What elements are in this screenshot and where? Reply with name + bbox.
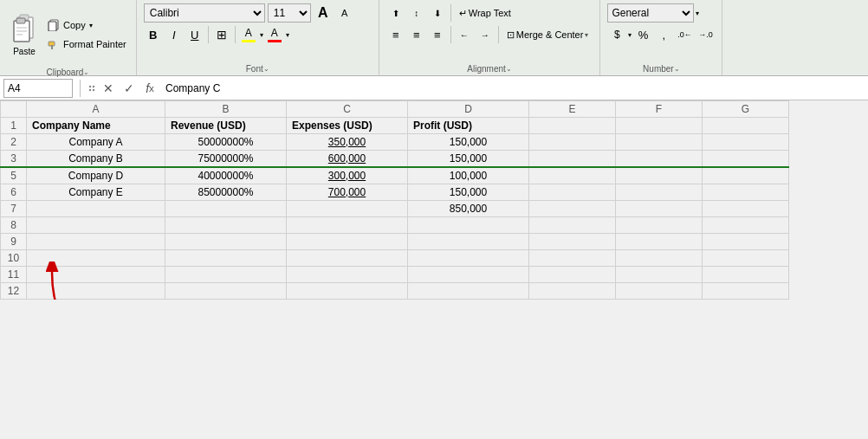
cell-c10[interactable] xyxy=(287,250,408,267)
percent-button[interactable]: % xyxy=(633,25,652,44)
cell-c3[interactable]: 600,000 xyxy=(287,151,408,168)
cell-e10[interactable] xyxy=(529,250,616,267)
number-format-select[interactable]: General Number Currency Percentage xyxy=(607,3,694,23)
cell-a2[interactable]: Company A xyxy=(27,134,165,151)
cell-d1[interactable]: Profit (USD) xyxy=(408,118,529,134)
cell-g6[interactable] xyxy=(703,184,789,201)
col-header-d[interactable]: D xyxy=(408,101,529,118)
decrease-decimal-button[interactable]: .0← xyxy=(675,25,694,44)
cell-f7[interactable] xyxy=(616,201,703,217)
align-right-button[interactable]: ≡ xyxy=(428,25,447,44)
cell-e1[interactable] xyxy=(529,118,616,134)
cell-c5[interactable]: 300,000 xyxy=(287,167,408,184)
cell-a6[interactable]: Company E xyxy=(27,184,165,201)
cell-e3[interactable] xyxy=(529,151,616,168)
formula-input[interactable] xyxy=(162,79,865,98)
cell-d12[interactable] xyxy=(408,283,529,300)
cell-e2[interactable] xyxy=(529,134,616,151)
cell-f10[interactable] xyxy=(616,250,703,267)
cell-a8[interactable] xyxy=(27,217,165,234)
cell-a3[interactable]: Company B xyxy=(27,151,165,168)
increase-indent-button[interactable]: → xyxy=(476,25,495,44)
cell-f5[interactable] xyxy=(616,167,703,184)
cell-g7[interactable] xyxy=(703,201,789,217)
copy-button[interactable]: Copy ▾ xyxy=(43,16,131,34)
cell-e5[interactable] xyxy=(529,167,616,184)
paste-button[interactable]: Paste xyxy=(5,3,43,66)
col-header-e[interactable]: E xyxy=(529,101,616,118)
cell-e11[interactable] xyxy=(529,267,616,283)
cell-d10[interactable] xyxy=(408,250,529,267)
cell-reference-input[interactable] xyxy=(3,79,73,98)
cell-d9[interactable] xyxy=(408,234,529,250)
increase-decimal-button[interactable]: →.0 xyxy=(696,25,715,44)
cell-f3[interactable] xyxy=(616,151,703,168)
cell-g5[interactable] xyxy=(703,167,789,184)
bold-button[interactable]: B xyxy=(144,25,163,44)
cell-c2[interactable]: 350,000 xyxy=(287,134,408,151)
cell-c8[interactable] xyxy=(287,217,408,234)
cell-b7[interactable] xyxy=(165,201,287,217)
cell-e9[interactable] xyxy=(529,234,616,250)
font-size-select[interactable]: 11 10 12 14 xyxy=(268,3,311,23)
cell-c7[interactable] xyxy=(287,201,408,217)
cell-a10[interactable] xyxy=(27,250,165,267)
align-middle-button[interactable]: ↕ xyxy=(407,3,426,23)
merge-center-button[interactable]: ⊡ Merge & Center ▾ xyxy=(502,27,593,43)
cell-f12[interactable] xyxy=(616,283,703,300)
clipboard-expand-icon[interactable]: ⌄ xyxy=(83,68,89,76)
comma-button[interactable]: , xyxy=(654,25,673,44)
cell-d3[interactable]: 150,000 xyxy=(408,151,529,168)
cell-a11[interactable] xyxy=(27,267,165,283)
format-painter-button[interactable]: Format Painter xyxy=(43,36,131,53)
cell-g12[interactable] xyxy=(703,283,789,300)
cell-c12[interactable] xyxy=(287,283,408,300)
cell-a5[interactable]: Company D xyxy=(27,167,165,184)
cell-g11[interactable] xyxy=(703,267,789,283)
cell-f6[interactable] xyxy=(616,184,703,201)
borders-button[interactable]: ⊞ xyxy=(212,25,231,44)
cell-b11[interactable] xyxy=(165,267,287,283)
cancel-formula-button[interactable]: ✕ xyxy=(100,80,117,97)
number-expand-icon[interactable]: ⌄ xyxy=(674,65,680,73)
cell-b2[interactable]: 50000000% xyxy=(165,134,287,151)
font-color-button[interactable]: A xyxy=(265,25,284,44)
align-center-button[interactable]: ≡ xyxy=(407,25,426,44)
confirm-formula-button[interactable]: ✓ xyxy=(120,80,138,97)
cell-f8[interactable] xyxy=(616,217,703,234)
cell-f9[interactable] xyxy=(616,234,703,250)
cell-b6[interactable]: 85000000% xyxy=(165,184,287,201)
cell-g10[interactable] xyxy=(703,250,789,267)
font-expand-icon[interactable]: ⌄ xyxy=(263,65,269,73)
increase-font-size-button[interactable]: A xyxy=(314,3,333,23)
cell-f2[interactable] xyxy=(616,134,703,151)
currency-button[interactable]: $ xyxy=(607,25,626,44)
cell-b3[interactable]: 75000000% xyxy=(165,151,287,168)
col-header-a[interactable]: A xyxy=(27,101,165,118)
cell-d5[interactable]: 100,000 xyxy=(408,167,529,184)
cell-b8[interactable] xyxy=(165,217,287,234)
cell-g2[interactable] xyxy=(703,134,789,151)
cell-f11[interactable] xyxy=(616,267,703,283)
cell-c9[interactable] xyxy=(287,234,408,250)
align-top-button[interactable]: ⬆ xyxy=(386,3,405,23)
cell-d2[interactable]: 150,000 xyxy=(408,134,529,151)
cell-b5[interactable]: 40000000% xyxy=(165,167,287,184)
underline-button[interactable]: U xyxy=(185,25,204,44)
align-left-button[interactable]: ≡ xyxy=(386,25,405,44)
align-bottom-button[interactable]: ⬇ xyxy=(428,3,447,23)
alignment-expand-icon[interactable]: ⌄ xyxy=(506,65,512,73)
cell-a7[interactable] xyxy=(27,201,165,217)
cell-c11[interactable] xyxy=(287,267,408,283)
cell-d7[interactable]: 850,000 xyxy=(408,201,529,217)
fx-button[interactable]: fx xyxy=(141,80,159,97)
cell-g1[interactable] xyxy=(703,118,789,134)
decrease-font-size-button[interactable]: A xyxy=(335,3,354,23)
cell-c1[interactable]: Expenses (USD) xyxy=(287,118,408,134)
cell-b1[interactable]: Revenue (USD) xyxy=(165,118,287,134)
cell-b10[interactable] xyxy=(165,250,287,267)
cell-d8[interactable] xyxy=(408,217,529,234)
cell-e12[interactable] xyxy=(529,283,616,300)
col-header-b[interactable]: B xyxy=(165,101,287,118)
cell-b12[interactable] xyxy=(165,283,287,300)
